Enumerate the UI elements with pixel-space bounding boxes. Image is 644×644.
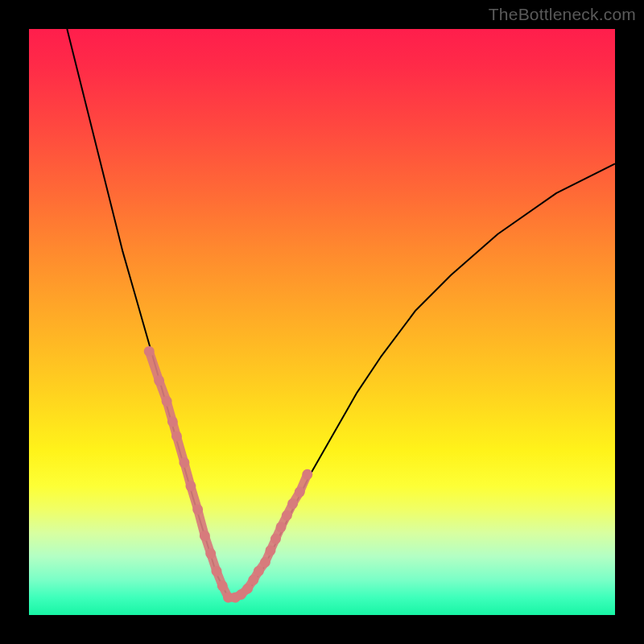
highlight-dot [242,584,253,594]
chart-svg [29,29,615,615]
highlight-dot [302,469,312,480]
highlight-dot [144,346,155,357]
highlight-dot [185,481,196,491]
highlight-dot [270,534,281,544]
highlight-dot [248,575,258,585]
highlight-dot [254,566,264,576]
highlight-dot [154,375,164,386]
bottleneck-curve [67,29,615,597]
highlight-layer [144,346,313,603]
highlight-dot [167,416,178,427]
highlight-dot [179,457,189,468]
curve-layer [67,29,615,597]
highlight-dot [162,396,172,407]
highlight-dot [265,545,275,555]
highlight-dot [217,580,228,591]
highlight-dot [282,510,292,521]
highlight-dot [192,504,203,514]
highlight-dot [287,498,298,509]
highlight-dot [211,566,221,576]
plot-area [29,29,615,615]
highlight-dot [295,487,305,497]
highlight-dot [260,557,270,568]
highlight-dot [171,431,182,441]
highlight-segment [149,351,308,597]
highlight-dot [276,522,287,532]
chart-frame: TheBottleneck.com [0,0,644,644]
highlight-dot [200,530,210,541]
watermark-text: TheBottleneck.com [489,5,636,24]
highlight-dot [205,548,216,559]
